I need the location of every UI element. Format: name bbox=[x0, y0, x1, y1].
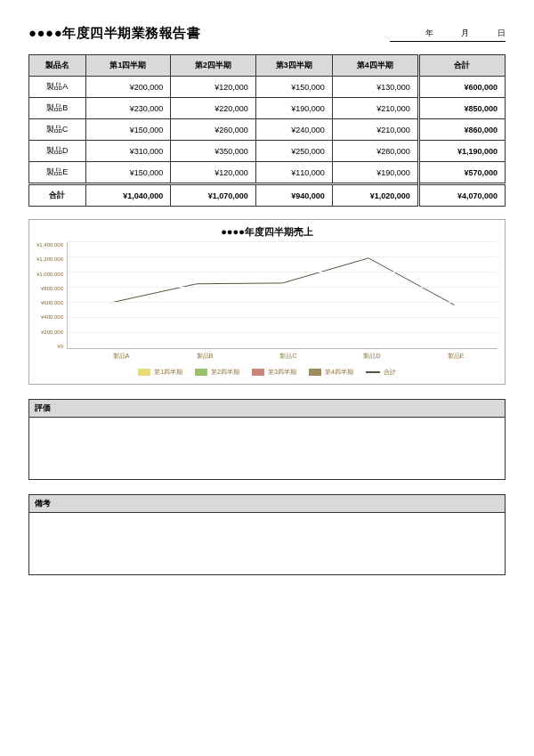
table-row: 製品E¥150,000¥120,000¥110,000¥190,000¥570,… bbox=[29, 162, 506, 184]
evaluation-header: 評価 bbox=[28, 399, 506, 418]
chart-title: ●●●●年度四半期売上 bbox=[36, 225, 498, 239]
legend-item: 第2四半期 bbox=[195, 368, 239, 377]
legend-item: 第3四半期 bbox=[252, 368, 296, 377]
col-q3: 第3四半期 bbox=[255, 55, 332, 77]
col-q1: 第1四半期 bbox=[85, 55, 171, 77]
table-row: 製品D¥310,000¥350,000¥250,000¥280,000¥1,19… bbox=[29, 141, 506, 162]
page-title: ●●●●年度四半期業務報告書 bbox=[28, 25, 200, 42]
evaluation-body[interactable] bbox=[28, 418, 506, 480]
table-row: 製品C¥150,000¥260,000¥240,000¥210,000¥860,… bbox=[29, 119, 506, 141]
legend-item: 第4四半期 bbox=[309, 368, 353, 377]
notes-section: 備考 bbox=[28, 494, 506, 575]
notes-header: 備考 bbox=[28, 494, 506, 513]
table-footer: 合計 ¥1,040,000 ¥1,070,000 ¥940,000 ¥1,020… bbox=[29, 184, 506, 207]
table-row: 製品A¥200,000¥120,000¥150,000¥130,000¥600,… bbox=[29, 77, 506, 98]
date-field: 年 月 日 bbox=[390, 28, 506, 42]
table-row: 製品B¥230,000¥220,000¥190,000¥210,000¥850,… bbox=[29, 98, 506, 119]
chart-xaxis: 製品A製品B製品C製品D製品E bbox=[79, 349, 498, 361]
quarterly-table: 製品名 第1四半期 第2四半期 第3四半期 第4四半期 合計 製品A¥200,0… bbox=[28, 54, 506, 207]
legend-item: 第1四半期 bbox=[138, 368, 182, 377]
col-total: 合計 bbox=[418, 55, 505, 77]
chart-panel: ●●●●年度四半期売上 ¥0¥200,000¥400,000¥600,000¥8… bbox=[28, 219, 506, 385]
col-product: 製品名 bbox=[29, 55, 86, 77]
chart-legend: 第1四半期第2四半期第3四半期第4四半期合計 bbox=[36, 368, 498, 377]
legend-item: 合計 bbox=[366, 368, 396, 377]
evaluation-section: 評価 bbox=[28, 399, 506, 480]
chart-plot bbox=[67, 242, 498, 349]
chart-yaxis: ¥0¥200,000¥400,000¥600,000¥800,000¥1,000… bbox=[36, 242, 67, 349]
col-q4: 第4四半期 bbox=[332, 55, 418, 77]
notes-body[interactable] bbox=[28, 513, 506, 575]
col-q2: 第2四半期 bbox=[171, 55, 256, 77]
